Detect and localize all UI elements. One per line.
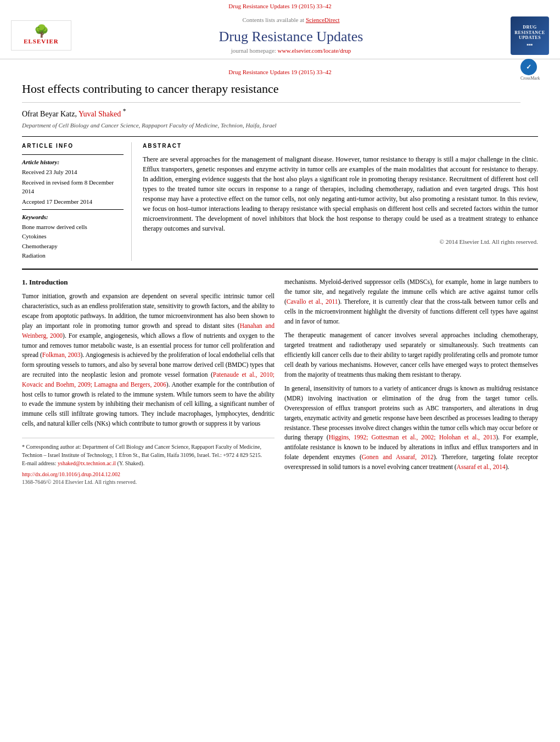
elsevier-logo: 🌳 ELSEVIER [11,20,71,51]
body-col-right: mechanisms. Myeloid-derived suppressor c… [284,277,538,486]
badge-line3: UPDATES [519,35,541,41]
crossmark: ✓ CrossMark [520,59,538,76]
right-text3: In general, insensitivity of tumors to a… [284,385,538,440]
received-date: Received 23 July 2014 [22,168,124,176]
tree-icon: 🌳 [34,25,49,37]
intro-text1: Tumor initiation, growth and expansion a… [22,293,275,328]
kw-cytokines: Cytokines [22,232,124,241]
issn-line: 1368-7646/© 2014 Elsevier Ltd. All right… [22,478,275,486]
kw-bone-marrow: Bone marrow derived cells [22,223,124,231]
right-para3: In general, insensitivity of tumors to a… [284,384,538,472]
footnote-star-note: * Corresponding author at: Department of… [22,443,275,459]
intro-text4: ). Another example for the contribution … [22,381,275,427]
doi-bottom: http://dx.doi.org/10.1016/j.drup.2014.12… [22,471,275,478]
author-shaked[interactable]: Yuval Shaked [79,109,121,118]
email-suffix: (Y. Shaked). [117,460,145,466]
abstract-section: ABSTRACT There are several approaches fo… [143,142,538,261]
keywords-label: Keywords: [22,213,124,221]
abstract-text: There are several approaches for the man… [143,154,538,233]
kw-radiation: Radiation [22,252,124,260]
author-footnote-star: * [123,108,126,115]
abstract-heading: ABSTRACT [143,142,538,150]
badge-line1: DRUG [523,25,537,30]
section1-heading: 1. Introduction [22,277,275,287]
ref-folkman[interactable]: Folkman, 2003 [42,352,81,358]
journal-title-block: Contents lists available at ScienceDirec… [71,16,511,55]
email-label: E-mail address: [22,460,56,466]
journal-ref: Drug Resistance Updates 19 (2015) 33–42 [228,3,331,9]
intro-paragraph-1: Tumor initiation, growth and expansion a… [22,292,275,428]
keywords-list: Bone marrow derived cells Cytokines Chem… [22,223,124,260]
contents-label: Contents lists available at [242,16,304,23]
ref-gonen[interactable]: Gonen and Assaraf, 2012 [362,454,434,460]
kw-chemotherapy: Chemotherapy [22,242,124,250]
article-body: 1. Introduction Tumor initiation, growth… [22,269,538,486]
affiliation: Department of Cell Biology and Cancer Sc… [22,121,538,130]
elsevier-label: ELSEVIER [24,37,59,46]
ref-higgins[interactable]: Higgins, 1992; Gottesman et al., 2002; H… [329,434,496,440]
article-history-label: Article history: [22,158,124,166]
badge-line2: RESISTANCE [514,30,545,36]
doi-top: Drug Resistance Updates 19 (2015) 33–42 [22,68,538,76]
article-title: Host effects contributing to cancer ther… [22,81,520,103]
drug-resistance-badge: DRUG RESISTANCE UPDATES ■■■ [511,16,549,55]
ref-assaraf[interactable]: Assaraf et al., 2014 [457,464,506,470]
author-katz: Ofrat Beyar Katz, [22,109,79,118]
accepted-date: Accepted 17 December 2014 [22,198,124,206]
received-revised-date: Received in revised form 8 December 2014 [22,178,124,196]
authors: Ofrat Beyar Katz, Yuval Shaked * [22,107,538,119]
footnote-section: * Corresponding author at: Department of… [22,438,275,486]
email-link[interactable]: yshaked@tx.technion.ac.il [58,460,116,466]
crossmark-label: CrossMark [520,75,538,81]
badge-extra: ■■■ [527,43,533,47]
right-text7: ). [506,464,509,470]
article-info: ARTICLE INFO Article history: Received 2… [22,142,132,261]
sciencedirect-link[interactable]: ScienceDirect [306,16,340,23]
journal-url[interactable]: www.elsevier.com/locate/drup [278,47,351,54]
body-col-left: 1. Introduction Tumor initiation, growth… [22,277,275,486]
right-para2: The therapeutic management of cancer inv… [284,331,538,380]
ref-cavallo[interactable]: Cavallo et al., 2011 [287,298,338,305]
crossmark-icon: ✓ [520,59,537,75]
journal-homepage: journal homepage: www.elsevier.com/locat… [71,47,511,55]
copyright-line: © 2014 Elsevier Ltd. All rights reserved… [143,238,538,246]
article-info-heading: ARTICLE INFO [22,142,124,150]
journal-name: Drug Resistance Updates [71,27,511,47]
right-para1: mechanisms. Myeloid-derived suppressor c… [284,277,538,326]
footnote-email: E-mail address: yshaked@tx.technion.ac.i… [22,459,275,467]
